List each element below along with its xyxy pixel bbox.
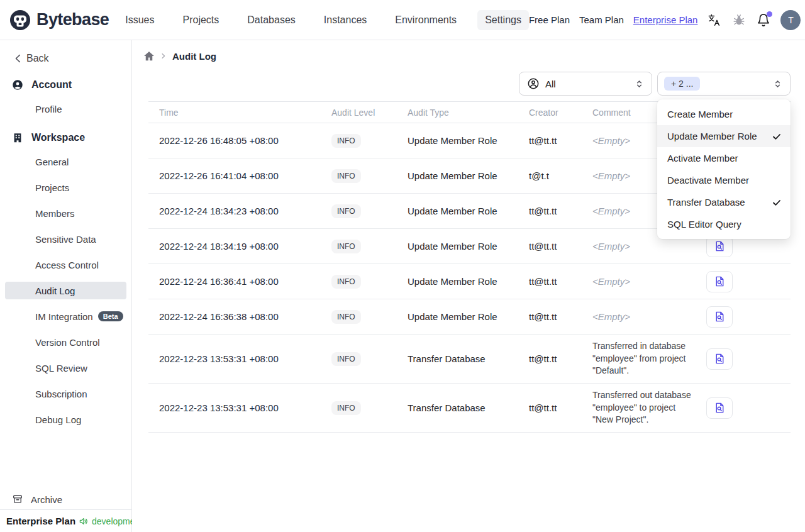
nav-databases[interactable]: Databases	[240, 10, 303, 30]
audit-time: 2022-12-24 16:36:38 +08:00	[159, 311, 331, 322]
settings-sidebar: Back Account Profile	[0, 40, 132, 532]
workspace-icon	[12, 132, 23, 143]
audit-type-option-label: Create Member	[667, 109, 733, 119]
enterprise-plan-link[interactable]: Enterprise Plan	[633, 14, 698, 25]
audit-type: Update Member Role	[408, 311, 529, 322]
audit-type-menu: Create Member Update Member Role Activat…	[657, 99, 791, 239]
file-search-icon	[714, 402, 726, 414]
nav-projects[interactable]: Projects	[175, 10, 227, 30]
view-detail-button[interactable]	[706, 348, 733, 370]
team-plan-link[interactable]: Team Plan	[579, 14, 624, 25]
audit-type-option-label: SQL Editor Query	[667, 219, 741, 230]
column-creator: Creator	[529, 108, 592, 118]
table-row: 2022-12-23 13:53:31 +08:00 INFO Transfer…	[148, 384, 791, 433]
free-plan-link[interactable]: Free Plan	[529, 14, 570, 25]
bug-icon[interactable]	[731, 13, 747, 28]
back-label: Back	[26, 53, 49, 64]
audit-comment: <Empty>	[592, 310, 706, 323]
file-search-icon	[714, 311, 726, 323]
breadcrumb: Audit Log	[143, 48, 216, 64]
view-detail-button[interactable]	[706, 306, 733, 328]
audit-creator: tt@tt.tt	[529, 353, 592, 364]
audit-type-option-label: Deactivate Member	[667, 175, 749, 186]
audit-time: 2022-12-23 13:53:31 +08:00	[159, 402, 331, 413]
sidebar-item-profile[interactable]: Profile	[5, 100, 126, 118]
audit-level-badge: INFO	[331, 134, 361, 148]
sidebar-item-subscription[interactable]: Subscription	[5, 385, 126, 402]
sidebar-item-general[interactable]: General	[5, 153, 126, 170]
audit-level-badge: INFO	[331, 310, 361, 324]
bytebase-logo[interactable]: Bytebase	[9, 9, 109, 31]
audit-time: 2022-12-23 13:53:31 +08:00	[159, 353, 331, 364]
audit-type: Transfer Database	[408, 402, 529, 413]
nav-instances[interactable]: Instances	[316, 10, 374, 30]
audit-type-option-label: Transfer Database	[667, 197, 745, 208]
sidebar-item-debug-log[interactable]: Debug Log	[5, 411, 126, 428]
column-audit-level: Audit Level	[331, 108, 408, 118]
nav-settings[interactable]: Settings	[477, 10, 529, 30]
audit-level-badge: INFO	[331, 204, 361, 218]
file-search-icon	[714, 240, 726, 252]
view-detail-button[interactable]	[706, 397, 733, 419]
audit-type-filter-select[interactable]: + 2 ...	[657, 72, 791, 96]
avatar[interactable]: T	[780, 10, 801, 30]
home-icon[interactable]	[143, 50, 155, 62]
sidebar-item-audit-log[interactable]: Audit Log	[5, 282, 126, 299]
nav-issues[interactable]: Issues	[118, 10, 162, 30]
audit-type-option[interactable]: SQL Editor Query	[657, 213, 791, 235]
beta-badge: Beta	[98, 311, 123, 321]
audit-time: 2022-12-26 16:48:05 +08:00	[159, 135, 331, 146]
audit-type-option[interactable]: Transfer Database	[657, 191, 791, 213]
audit-type-option-label: Activate Member	[667, 153, 738, 163]
creator-filter-select[interactable]: All	[519, 72, 652, 96]
sidebar-item-access-control[interactable]: Access Control	[5, 256, 126, 274]
audit-creator: t@t.t	[529, 170, 592, 181]
brand-name: Bytebase	[36, 10, 109, 30]
view-detail-button[interactable]	[706, 271, 733, 292]
archive-button[interactable]: Archive	[0, 492, 62, 507]
audit-comment: <Empty>	[592, 240, 706, 253]
translate-icon[interactable]	[707, 13, 722, 28]
main-nav: Issues Projects Databases Instances Envi…	[118, 10, 529, 30]
current-plan-label: Enterprise Plan	[6, 516, 75, 526]
audit-type: Update Member Role	[408, 206, 529, 216]
audit-level-badge: INFO	[331, 352, 361, 366]
chevron-up-down-icon	[773, 79, 782, 89]
audit-level-badge: INFO	[331, 240, 361, 253]
audit-type-option[interactable]: Create Member	[657, 103, 791, 125]
column-audit-type: Audit Type	[408, 108, 529, 118]
account-icon	[12, 79, 23, 91]
sidebar-item-sql-review[interactable]: SQL Review	[5, 359, 126, 377]
audit-creator: tt@tt.tt	[529, 241, 592, 252]
audit-type-option[interactable]: Deactivate Member	[657, 169, 791, 191]
audit-comment: <Empty>	[592, 275, 706, 288]
chevron-up-down-icon	[635, 79, 644, 89]
audit-creator: tt@tt.tt	[529, 135, 592, 146]
audit-creator: tt@tt.tt	[529, 402, 592, 413]
creator-filter-value: All	[545, 79, 556, 89]
table-row: 2022-12-24 16:36:38 +08:00 INFO Update M…	[148, 299, 791, 335]
table-row: 2022-12-23 13:53:31 +08:00 INFO Transfer…	[148, 335, 791, 384]
sidebar-item-im-integration[interactable]: IM Integration Beta	[5, 308, 126, 325]
sidebar-item-version-control[interactable]: Version Control	[5, 333, 126, 351]
audit-type-option[interactable]: Activate Member	[657, 147, 791, 169]
account-section-title: Account	[31, 79, 72, 91]
header-right: Free Plan Team Plan Enterprise Plan	[529, 10, 801, 30]
bell-icon[interactable]	[756, 13, 771, 28]
sidebar-section-account: Account	[0, 77, 131, 92]
audit-type: Transfer Database	[408, 353, 529, 364]
audit-creator: tt@tt.tt	[529, 206, 592, 216]
audit-comment: Transferred in database "employee" from …	[592, 340, 706, 378]
audit-type-option[interactable]: Update Member Role	[657, 125, 791, 147]
check-icon	[772, 131, 782, 141]
sidebar-item-sensitive-data[interactable]: Sensitive Data	[5, 230, 126, 248]
speaker-icon	[79, 516, 89, 526]
sidebar-footer: Enterprise Plan development	[0, 509, 131, 532]
sidebar-item-members[interactable]: Members	[5, 204, 126, 222]
audit-creator: tt@tt.tt	[529, 311, 592, 322]
bytebase-logo-icon	[9, 9, 31, 31]
sidebar-section-workspace: Workspace	[0, 130, 131, 145]
nav-environments[interactable]: Environments	[387, 10, 464, 30]
back-button[interactable]: Back	[13, 51, 131, 66]
sidebar-item-projects[interactable]: Projects	[5, 179, 126, 196]
